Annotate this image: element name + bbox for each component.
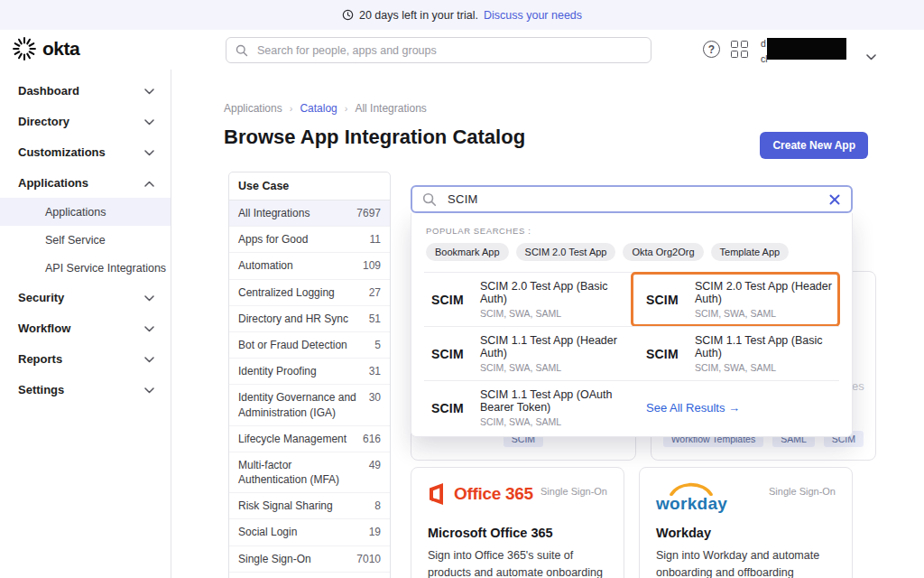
popular-search-pill[interactable]: Okta Org2Org bbox=[623, 243, 703, 261]
breadcrumb-applications[interactable]: Applications bbox=[224, 102, 282, 115]
use-case-label: Social Login bbox=[238, 525, 297, 539]
use-case-row[interactable]: Directory and HR Sync51 bbox=[229, 306, 390, 332]
use-case-label: Centralized Logging bbox=[238, 285, 335, 300]
search-result-item[interactable]: SCIMSCIM 2.0 Test App (Header Auth)SCIM,… bbox=[632, 273, 839, 326]
use-case-count: 27 bbox=[369, 285, 381, 300]
chevron-down-icon bbox=[144, 383, 154, 396]
sidebar-subitem-api-service-integrations[interactable]: API Service Integrations bbox=[0, 254, 171, 282]
user-name-fragment: d bbox=[761, 38, 766, 49]
breadcrumb-separator: › bbox=[290, 103, 293, 114]
search-result-item[interactable]: SCIMSCIM 2.0 Test App (Basic Auth)SCIM, … bbox=[424, 273, 632, 326]
app-cards-row-featured: Office 365 Single Sign-On Microsoft Offi… bbox=[411, 467, 853, 578]
global-search-input[interactable] bbox=[255, 43, 642, 58]
create-new-app-button[interactable]: Create New App bbox=[760, 132, 868, 159]
use-case-panel: Use Case All Integrations7697Apps for Go… bbox=[228, 172, 391, 578]
catalog-search-input[interactable] bbox=[446, 191, 819, 207]
use-case-row[interactable]: Risk Signal Sharing8 bbox=[229, 493, 390, 519]
user-menu-chevron-icon[interactable] bbox=[866, 48, 876, 64]
okta-sunburst-icon bbox=[13, 37, 36, 61]
discuss-needs-link[interactable]: Discuss your needs bbox=[484, 9, 582, 22]
result-app-name: SCIM 1.1 Test App (Header Auth) bbox=[480, 334, 624, 359]
breadcrumb-all-integrations[interactable]: All Integrations bbox=[355, 102, 426, 115]
main-content: Applications › Catalog › All Integration… bbox=[171, 70, 924, 578]
sidebar-item-dashboard[interactable]: Dashboard bbox=[0, 75, 171, 106]
scim-app-logo: SCIM bbox=[431, 293, 469, 307]
result-app-name: SCIM 2.0 Test App (Header Auth) bbox=[695, 280, 832, 305]
use-case-label: Directory and HR Sync bbox=[238, 312, 348, 326]
use-case-row[interactable]: Social Login19 bbox=[229, 519, 390, 545]
chevron-down-icon bbox=[144, 322, 154, 335]
result-app-name: SCIM 1.1 Test App (Basic Auth) bbox=[695, 334, 832, 359]
app-card-title: Workday bbox=[656, 526, 836, 540]
search-result-item[interactable]: SCIMSCIM 1.1 Test App (OAuth Bearer Toke… bbox=[424, 380, 632, 434]
use-case-count: 616 bbox=[363, 432, 381, 446]
see-all-results-link[interactable]: See All Results → bbox=[632, 380, 839, 434]
use-case-header: Use Case bbox=[229, 172, 390, 200]
sidebar-subitem-applications[interactable]: Applications bbox=[0, 198, 171, 226]
use-case-count: 49 bbox=[369, 458, 381, 472]
sidebar-item-security[interactable]: Security bbox=[0, 282, 171, 312]
chevron-down-icon bbox=[144, 291, 154, 304]
app-card-title: Microsoft Office 365 bbox=[428, 526, 607, 540]
popular-searches-label: POPULAR SEARCHES : bbox=[426, 226, 531, 236]
clear-search-icon[interactable] bbox=[828, 193, 841, 206]
use-case-label: Apps for Good bbox=[238, 232, 308, 247]
use-case-row[interactable]: Zero Trust73 bbox=[229, 573, 390, 578]
popular-search-pill[interactable]: Bookmark App bbox=[426, 243, 509, 261]
use-case-row[interactable]: Lifecycle Management616 bbox=[229, 426, 390, 452]
sidebar-item-workflow[interactable]: Workflow bbox=[0, 312, 171, 343]
sidebar-item-label: Dashboard bbox=[18, 84, 79, 98]
use-case-row[interactable]: Automation109 bbox=[229, 253, 390, 279]
help-icon[interactable]: ? bbox=[703, 41, 720, 58]
search-result-item[interactable]: SCIMSCIM 1.1 Test App (Basic Auth)SCIM, … bbox=[632, 326, 839, 380]
redacted-user-name bbox=[767, 38, 846, 60]
result-app-name: SCIM 1.1 Test App (OAuth Bearer Token) bbox=[480, 388, 624, 414]
workday-card[interactable]: workday Single Sign-On Workday Sign into… bbox=[639, 467, 853, 578]
global-search[interactable] bbox=[226, 37, 651, 63]
sidebar-item-reports[interactable]: Reports bbox=[0, 343, 171, 374]
trial-banner: 20 days left in your trial. Discuss your… bbox=[0, 0, 924, 31]
scim-app-logo: SCIM bbox=[646, 293, 684, 307]
user-account-menu[interactable]: d cl bbox=[761, 37, 862, 64]
scim-app-logo: SCIM bbox=[646, 347, 684, 361]
use-case-row[interactable]: Multi-factor Authentication (MFA)49 bbox=[229, 452, 390, 493]
use-case-count: 30 bbox=[369, 390, 381, 405]
page-title: Browse App Integration Catalog bbox=[224, 126, 525, 149]
okta-wordmark: okta bbox=[42, 38, 79, 60]
sidebar-item-directory[interactable]: Directory bbox=[0, 106, 171, 136]
office-365-logo-icon bbox=[428, 482, 448, 506]
apps-grid-icon[interactable] bbox=[731, 41, 749, 59]
catalog-search[interactable] bbox=[411, 185, 853, 213]
use-case-row[interactable]: Identity Governance and Administration (… bbox=[229, 385, 390, 425]
breadcrumb-catalog[interactable]: Catalog bbox=[300, 102, 337, 115]
sidebar-item-label: Workflow bbox=[18, 322, 70, 335]
sign-on-mode-badge: Single Sign-On bbox=[541, 486, 607, 497]
use-case-row[interactable]: Single Sign-On7010 bbox=[229, 546, 390, 573]
sidebar-item-settings[interactable]: Settings bbox=[0, 374, 171, 405]
top-header: okta ? d cl bbox=[0, 30, 924, 70]
sidebar-item-customizations[interactable]: Customizations bbox=[0, 136, 171, 167]
use-case-row[interactable]: Bot or Fraud Detection5 bbox=[229, 332, 390, 359]
sidebar-subitem-self-service[interactable]: Self Service bbox=[0, 226, 171, 254]
use-case-label: Lifecycle Management bbox=[238, 432, 346, 446]
breadcrumb-separator: › bbox=[345, 103, 348, 114]
office-365-logo-text: Office 365 bbox=[454, 484, 533, 504]
use-case-row[interactable]: All Integrations7697 bbox=[229, 200, 390, 227]
workday-logo: workday bbox=[656, 482, 727, 514]
use-case-count: 8 bbox=[374, 499, 381, 513]
use-case-row[interactable]: Apps for Good11 bbox=[229, 227, 390, 253]
use-case-label: All Integrations bbox=[238, 206, 310, 220]
use-case-row[interactable]: Centralized Logging27 bbox=[229, 280, 390, 306]
popular-search-pill[interactable]: SCIM 2.0 Test App bbox=[516, 243, 616, 261]
sign-on-mode-badge: Single Sign-On bbox=[769, 486, 836, 497]
search-result-item[interactable]: SCIMSCIM 1.1 Test App (Header Auth)SCIM,… bbox=[424, 326, 632, 380]
office-365-logo: Office 365 bbox=[428, 482, 533, 506]
popular-search-pill[interactable]: Template App bbox=[711, 243, 790, 261]
use-case-count: 31 bbox=[369, 364, 381, 378]
search-icon bbox=[422, 192, 437, 207]
office-365-card[interactable]: Office 365 Single Sign-On Microsoft Offi… bbox=[411, 467, 624, 578]
use-case-label: Identity Governance and Administration (… bbox=[238, 390, 362, 419]
sidebar-item-applications[interactable]: Applications bbox=[0, 167, 171, 198]
use-case-row[interactable]: Identity Proofing31 bbox=[229, 359, 390, 385]
okta-logo[interactable]: okta bbox=[13, 37, 79, 61]
